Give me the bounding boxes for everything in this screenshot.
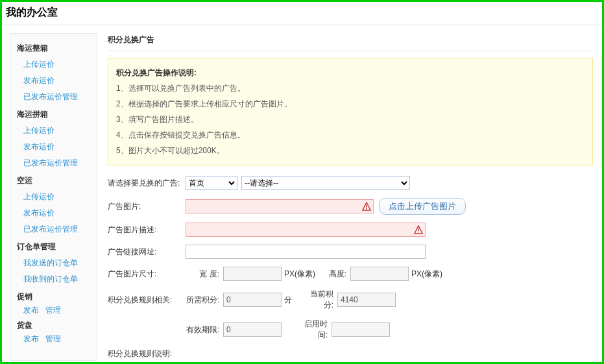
instruction-step-4: 4、点击保存按钮提交兑换广告信息。: [116, 127, 585, 143]
px-unit-1: PX(像素): [284, 269, 315, 280]
svg-rect-5: [418, 232, 419, 233]
section-title: 积分兑换广告: [108, 34, 593, 51]
sidebar: 海运整箱 上传运价 发布运价 已发布运价管理 海运拼箱 上传运价 发布运价 已发…: [10, 33, 97, 361]
svg-rect-1: [366, 205, 367, 208]
rule-label: 积分兑换规则相关:: [108, 295, 186, 306]
current-points-input[interactable]: [337, 293, 396, 307]
instruction-step-5: 5、图片大小不可以超过200K。: [116, 143, 585, 158]
ad-desc-label: 广告图片描述:: [108, 224, 186, 236]
sidebar-group-ocean-lcl: 海运拼箱: [17, 105, 97, 123]
rule-desc-label: 积分兑换规则说明:: [108, 348, 186, 359]
sidebar-group-booking: 订仓单管理: [17, 237, 97, 255]
sidebar-item-publish-rate-0[interactable]: 发布运价: [17, 73, 97, 89]
sidebar-item-upload-rate-1[interactable]: 上传运价: [17, 123, 97, 139]
width-label: 宽 度:: [186, 269, 223, 280]
enable-time-label: 启用时间:: [295, 319, 332, 341]
sidebar-item-manage-published-0[interactable]: 已发布运价管理: [17, 89, 97, 105]
sidebar-item-upload-rate-2[interactable]: 上传运价: [17, 189, 97, 205]
enable-time-input[interactable]: [332, 322, 390, 337]
sidebar-item-received-bookings[interactable]: 我收到的订仓单: [17, 271, 97, 287]
ad-size-label: 广告图片尺寸:: [108, 269, 186, 280]
sidebar-item-manage-published-2[interactable]: 已发布运价管理: [17, 221, 97, 237]
ad-link-input[interactable]: [186, 245, 426, 259]
height-label: 高度:: [324, 269, 350, 280]
svg-rect-4: [418, 228, 419, 231]
sidebar-item-cargo-manage[interactable]: 管理: [45, 334, 61, 345]
sidebar-item-upload-rate-0[interactable]: 上传运价: [17, 56, 97, 73]
instructions-box: 积分兑换广告操作说明: 1、选择可以兑换广告列表中的广告。 2、根据选择的广告要…: [108, 58, 593, 165]
spacer: [284, 325, 286, 334]
expire-input[interactable]: [223, 322, 282, 337]
ad-category-select[interactable]: 首页: [186, 176, 237, 190]
instruction-step-1: 1、选择可以兑换广告列表中的广告。: [116, 80, 585, 96]
sidebar-group-promotion: 促销: [17, 287, 97, 305]
needed-points-label: 所需积分:: [186, 295, 223, 306]
sidebar-item-promo-manage[interactable]: 管理: [45, 305, 61, 316]
sidebar-group-cargo: 货盘: [17, 316, 97, 334]
ad-image-label: 广告图片:: [108, 201, 186, 212]
ad-image-field[interactable]: [186, 199, 374, 213]
main-layout: 海运整箱 上传运价 发布运价 已发布运价管理 海运拼箱 上传运价 发布运价 已发…: [2, 25, 602, 361]
sidebar-item-manage-published-1[interactable]: 已发布运价管理: [17, 155, 97, 171]
ad-link-label: 广告链接网址:: [108, 247, 186, 258]
upload-image-button[interactable]: 点击上传广告图片: [379, 198, 466, 215]
current-points-label: 当前积分:: [301, 289, 337, 311]
height-input[interactable]: [350, 267, 409, 281]
instruction-step-3: 3、填写广告图片描述。: [116, 112, 585, 127]
width-input[interactable]: [223, 267, 282, 281]
needed-points-input[interactable]: [223, 293, 282, 307]
form-area: 请选择要兑换的广告: 首页 --请选择-- 广告图片: 点击上传广告图片 广告图…: [108, 176, 593, 361]
px-unit-2: PX(像素): [411, 269, 442, 280]
instructions-title: 积分兑换广告操作说明:: [116, 65, 585, 80]
main-content: 积分兑换广告 积分兑换广告操作说明: 1、选择可以兑换广告列表中的广告。 2、根…: [97, 25, 602, 361]
sidebar-group-air: 空运: [17, 171, 97, 189]
sidebar-item-cargo-publish[interactable]: 发布: [23, 334, 39, 345]
warning-icon: [362, 202, 371, 213]
sidebar-group-ocean-fcl: 海运整箱: [17, 39, 97, 56]
sidebar-item-publish-rate-1[interactable]: 发布运价: [17, 139, 97, 155]
instruction-step-2: 2、根据选择的广告要求上传相应尺寸的广告图片。: [116, 96, 585, 112]
page-title: 我的办公室: [2, 2, 602, 25]
expire-label: 有效期限:: [186, 324, 223, 335]
fen-unit: 分: [284, 295, 292, 306]
ad-item-select[interactable]: --请选择--: [241, 176, 410, 190]
svg-rect-2: [366, 208, 367, 210]
sidebar-item-sent-bookings[interactable]: 我发送的订仓单: [17, 255, 97, 271]
ad-desc-field[interactable]: [186, 223, 426, 237]
select-ad-label: 请选择要兑换的广告:: [108, 178, 186, 189]
warning-icon: [414, 225, 423, 236]
sidebar-item-publish-rate-2[interactable]: 发布运价: [17, 205, 97, 221]
sidebar-item-promo-publish[interactable]: 发布: [23, 305, 39, 316]
